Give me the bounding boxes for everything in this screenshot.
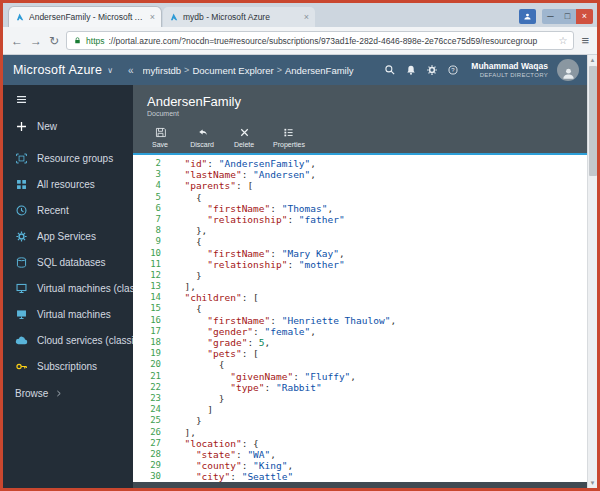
line-number: 4	[133, 180, 161, 191]
delete-button[interactable]: Delete	[231, 126, 257, 148]
tab-title: AndersenFamily - Microsoft Azure	[29, 12, 146, 22]
browser-profile-icon[interactable]	[519, 9, 536, 24]
code-line: }	[173, 270, 587, 281]
code-line: }	[173, 415, 587, 426]
sidebar-item-label: Subscriptions	[37, 361, 97, 372]
url-input[interactable]: https://portal.azure.com/?nocdn=true#res…	[66, 31, 574, 50]
json-editor[interactable]: 2345678910111213141516171819202122232425…	[133, 155, 587, 482]
sidebar-item-label: All resources	[37, 179, 95, 190]
titlebar-right: ─ □ ×	[519, 9, 593, 27]
scrollbar-thumb[interactable]	[589, 66, 597, 176]
sidebar-item-virtual-machines-classic[interactable]: Virtual machines (classic)	[3, 275, 133, 301]
search-icon[interactable]	[384, 64, 396, 76]
tool-label: Discard	[190, 141, 214, 148]
sidebar-item-all-resources[interactable]: All resources	[3, 171, 133, 197]
sidebar-item-app-services[interactable]: App Services	[3, 223, 133, 249]
line-number: 13	[133, 281, 161, 292]
maximize-button[interactable]: □	[559, 9, 576, 24]
code-line: "lastName": "Andersen",	[173, 169, 587, 180]
code-area: "id": "AndersenFamily", "lastName": "And…	[167, 155, 587, 482]
azure-favicon-icon	[169, 12, 179, 22]
line-number: 23	[133, 393, 161, 404]
sidebar-item-label: Cloud services (classic)	[37, 335, 133, 346]
page-scrollbar[interactable]: ▲ ▼	[587, 55, 597, 488]
user-directory: DEFAULT DIRECTORY	[471, 72, 548, 79]
avatar[interactable]	[557, 59, 579, 81]
discard-button[interactable]: Discard	[189, 126, 215, 148]
line-number: 7	[133, 214, 161, 225]
chevron-right-icon	[54, 389, 63, 398]
chevron-down-icon[interactable]: ∨	[107, 66, 113, 75]
hamburger-icon[interactable]	[3, 89, 133, 113]
save-icon	[154, 126, 167, 139]
tool-label: Delete	[234, 141, 254, 148]
browser-menu-icon[interactable]: ≡	[581, 33, 589, 48]
sidebar-item-subscriptions[interactable]: Subscriptions	[3, 353, 133, 379]
code-line: ],	[173, 427, 587, 438]
sidebar-item-browse[interactable]: Browse	[3, 379, 133, 407]
breadcrumb-item[interactable]: myfirstdb	[143, 65, 182, 76]
breadcrumb: myfirstdb>Document Explorer>AndersenFami…	[143, 65, 354, 76]
app-services-icon	[15, 230, 29, 243]
refresh-icon[interactable]: ↻	[49, 35, 59, 47]
tool-label: Save	[152, 141, 168, 148]
browser-tab[interactable]: AndersenFamily - Microsoft Azure×	[9, 7, 161, 27]
code-line: "location": {	[173, 438, 587, 449]
sidebar-item-virtual-machines[interactable]: Virtual machines	[3, 301, 133, 327]
svg-text:?: ?	[452, 67, 456, 73]
sidebar-item-label: App Services	[37, 231, 96, 242]
code-line: {	[173, 192, 587, 203]
sidebar-item-label: Virtual machines (classic)	[37, 283, 133, 294]
minimize-button[interactable]: ─	[542, 9, 559, 24]
line-number: 9	[133, 236, 161, 247]
browser-tab[interactable]: mydb - Microsoft Azure×	[163, 7, 315, 27]
code-line: "id": "AndersenFamily",	[173, 158, 587, 169]
code-line: },	[173, 225, 587, 236]
code-line: "county": "King",	[173, 460, 587, 471]
resource-groups-icon	[15, 152, 29, 165]
line-number: 24	[133, 404, 161, 415]
sidebar-item-sql-databases[interactable]: SQL databases	[3, 249, 133, 275]
line-number: 3	[133, 169, 161, 180]
azure-brand[interactable]: Microsoft Azure	[13, 63, 102, 77]
sidebar: NewResource groupsAll resourcesRecentApp…	[3, 85, 133, 488]
properties-icon	[282, 126, 295, 139]
scrollbar-up-icon[interactable]: ▲	[590, 55, 596, 65]
code-line: {	[173, 236, 587, 247]
azure-top-bar: Microsoft Azure ∨ « myfirstdb>Document E…	[3, 55, 587, 85]
back-icon[interactable]: ←	[11, 35, 23, 47]
collapse-blades-icon[interactable]: «	[128, 65, 134, 76]
line-number: 2	[133, 158, 161, 169]
window-controls: ─ □ ×	[542, 9, 593, 24]
vm-icon	[15, 308, 29, 321]
forward-icon[interactable]: →	[30, 35, 42, 47]
close-button[interactable]: ×	[576, 9, 593, 24]
blade-toolbar: SaveDiscardDeleteProperties	[133, 117, 587, 153]
code-line: "city": "Seattle"	[173, 471, 587, 482]
breadcrumb-item[interactable]: AndersenFamily	[285, 65, 354, 76]
scrollbar-down-icon[interactable]: ▼	[590, 478, 596, 488]
line-number: 11	[133, 259, 161, 270]
discard-icon	[196, 126, 209, 139]
sidebar-item-recent[interactable]: Recent	[3, 197, 133, 223]
tab-close-icon[interactable]: ×	[150, 12, 155, 22]
bell-icon[interactable]	[405, 64, 417, 76]
help-icon[interactable]: ?	[447, 64, 459, 76]
properties-button[interactable]: Properties	[273, 126, 305, 148]
sidebar-item-new[interactable]: New	[3, 113, 133, 139]
gear-icon[interactable]	[426, 64, 438, 76]
key-icon	[15, 360, 29, 373]
save-button[interactable]: Save	[147, 126, 173, 148]
tab-close-icon[interactable]: ×	[304, 12, 309, 22]
breadcrumb-item[interactable]: Document Explorer	[192, 65, 273, 76]
bookmark-star-icon[interactable]: ☆	[558, 35, 567, 46]
line-number: 16	[133, 315, 161, 326]
sidebar-item-cloud-services-classic[interactable]: Cloud services (classic)	[3, 327, 133, 353]
user-block[interactable]: Muhammad Waqas DEFAULT DIRECTORY	[471, 61, 548, 78]
browse-label: Browse	[15, 388, 48, 399]
code-line: "firstName": "Henriette Thaulow",	[173, 315, 587, 326]
page-column: Microsoft Azure ∨ « myfirstdb>Document E…	[3, 55, 587, 488]
page-subtitle: Document	[147, 110, 587, 117]
code-line: "pets": [	[173, 348, 587, 359]
sidebar-item-resource-groups[interactable]: Resource groups	[3, 145, 133, 171]
